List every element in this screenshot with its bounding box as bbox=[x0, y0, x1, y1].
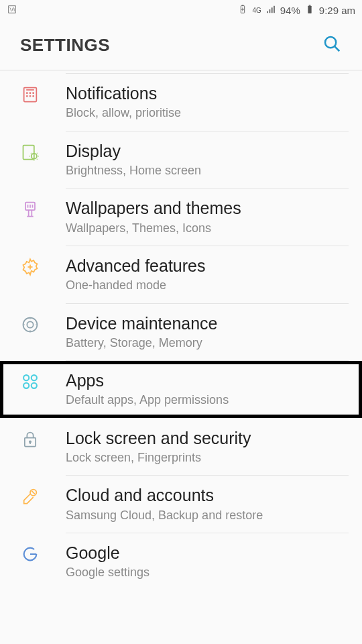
item-subtitle: Block, allow, prioritise bbox=[66, 105, 350, 121]
settings-item-notifications[interactable]: Notifications Block, allow, prioritise bbox=[0, 74, 362, 131]
item-title: Display bbox=[66, 141, 350, 162]
settings-list: Notifications Block, allow, prioritise D… bbox=[0, 70, 362, 590]
item-subtitle: Brightness, Home screen bbox=[66, 163, 350, 178]
item-title: Cloud and accounts bbox=[66, 485, 350, 506]
apps-icon bbox=[20, 372, 40, 392]
settings-item-device-maintenance[interactable]: Device maintenance Battery, Storage, Mem… bbox=[0, 304, 362, 361]
battery-icon bbox=[304, 4, 315, 17]
battery-saver-icon bbox=[237, 4, 248, 17]
item-subtitle: Default apps, App permissions bbox=[66, 392, 350, 408]
google-icon bbox=[20, 544, 40, 564]
cloud-accounts-icon bbox=[20, 486, 40, 506]
lock-icon bbox=[20, 429, 40, 449]
svg-point-23 bbox=[27, 321, 33, 327]
settings-item-advanced-features[interactable]: Advanced features One-handed mode bbox=[0, 246, 362, 303]
svg-point-22 bbox=[23, 317, 38, 331]
item-subtitle: Google settings bbox=[66, 565, 350, 580]
item-subtitle: Wallpapers, Themes, Icons bbox=[66, 221, 350, 236]
wallpapers-icon bbox=[20, 199, 40, 219]
item-subtitle: Samsung Cloud, Backup and restore bbox=[66, 508, 350, 523]
settings-item-google[interactable]: Google Google settings bbox=[0, 533, 362, 590]
settings-item-display[interactable]: Display Brightness, Home screen bbox=[0, 131, 362, 189]
network-type: 4G bbox=[252, 7, 261, 14]
settings-item-lock-screen-security[interactable]: Lock screen and security Lock screen, Fi… bbox=[0, 419, 362, 476]
header: SETTINGS bbox=[0, 20, 362, 70]
svg-point-4 bbox=[325, 37, 336, 48]
svg-rect-2 bbox=[308, 5, 311, 13]
svg-rect-1 bbox=[242, 5, 244, 5]
item-subtitle: Battery, Storage, Memory bbox=[66, 335, 350, 351]
nfc-icon bbox=[7, 4, 17, 17]
item-title: Google bbox=[66, 543, 350, 564]
item-subtitle: Lock screen, Fingerprints bbox=[66, 450, 350, 466]
svg-point-26 bbox=[23, 383, 29, 388]
svg-point-12 bbox=[29, 96, 30, 97]
battery-percentage: 94% bbox=[280, 5, 300, 16]
svg-point-11 bbox=[27, 96, 27, 97]
search-button[interactable] bbox=[322, 34, 342, 56]
item-title: Apps bbox=[66, 370, 350, 391]
page-title: SETTINGS bbox=[20, 35, 110, 56]
item-title: Wallpapers and themes bbox=[66, 198, 350, 219]
svg-point-25 bbox=[32, 375, 37, 380]
item-title: Advanced features bbox=[66, 256, 350, 276]
settings-item-wallpapers-themes[interactable]: Wallpapers and themes Wallpapers, Themes… bbox=[0, 189, 362, 246]
svg-line-5 bbox=[335, 46, 339, 51]
svg-point-24 bbox=[23, 375, 29, 380]
item-subtitle: One-handed mode bbox=[66, 278, 350, 293]
advanced-features-icon bbox=[20, 257, 40, 277]
svg-point-29 bbox=[29, 441, 31, 442]
item-title: Lock screen and security bbox=[66, 428, 350, 449]
clock-time: 9:29 am bbox=[319, 5, 355, 16]
svg-point-13 bbox=[33, 96, 34, 97]
settings-item-cloud-accounts[interactable]: Cloud and accounts Samsung Cloud, Backup… bbox=[0, 476, 362, 533]
svg-point-10 bbox=[33, 93, 34, 93]
svg-point-27 bbox=[32, 383, 37, 388]
item-title: Notifications bbox=[66, 83, 350, 104]
status-bar: 4G 94% 9:29 am bbox=[0, 0, 362, 20]
svg-point-9 bbox=[29, 93, 30, 93]
svg-point-8 bbox=[27, 93, 27, 93]
signal-icon bbox=[265, 4, 276, 17]
item-title: Device maintenance bbox=[66, 313, 350, 334]
device-maintenance-icon bbox=[20, 315, 40, 335]
display-icon bbox=[20, 142, 40, 162]
svg-rect-14 bbox=[23, 145, 34, 159]
svg-rect-3 bbox=[308, 5, 310, 5]
notifications-icon bbox=[20, 85, 40, 105]
settings-item-apps[interactable]: Apps Default apps, App permissions bbox=[0, 361, 362, 418]
